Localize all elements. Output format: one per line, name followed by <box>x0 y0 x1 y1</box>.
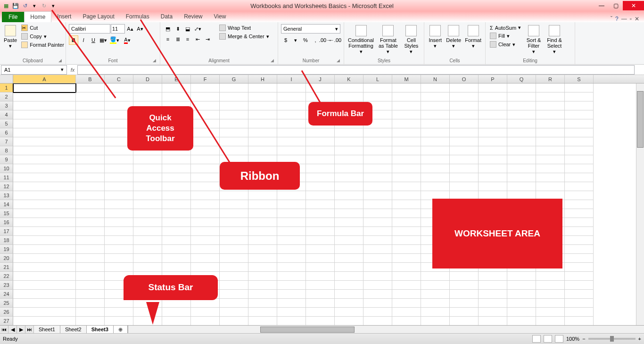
cell[interactable] <box>277 308 306 317</box>
cell[interactable] <box>306 245 335 254</box>
cell[interactable] <box>133 200 162 209</box>
column-header[interactable]: J <box>306 75 335 83</box>
cell[interactable] <box>76 227 105 236</box>
tab-formulas[interactable]: Formulas <box>120 11 155 22</box>
cell[interactable] <box>335 128 363 137</box>
cell[interactable] <box>162 236 191 245</box>
cell[interactable] <box>335 299 363 308</box>
tab-home[interactable]: Home <box>24 11 51 22</box>
cell[interactable] <box>363 218 392 227</box>
cell[interactable] <box>13 299 76 308</box>
cell[interactable] <box>133 164 162 173</box>
cell[interactable] <box>479 308 507 317</box>
cell[interactable] <box>392 308 421 317</box>
cell[interactable] <box>335 308 363 317</box>
cell[interactable] <box>565 101 594 110</box>
column-header[interactable]: C <box>105 75 133 83</box>
row-header[interactable]: 15 <box>0 209 13 218</box>
cell[interactable] <box>277 137 306 146</box>
cell[interactable] <box>76 254 105 263</box>
cell[interactable] <box>162 263 191 272</box>
cell[interactable] <box>13 191 76 200</box>
cell[interactable] <box>479 84 507 92</box>
cell[interactable] <box>220 290 248 299</box>
number-format-combo[interactable]: General▾ <box>281 24 340 34</box>
cell[interactable] <box>536 272 565 281</box>
align-middle-icon[interactable]: ⬍ <box>173 24 182 34</box>
cell[interactable] <box>363 254 392 263</box>
cell[interactable] <box>536 119 565 128</box>
cell[interactable] <box>162 155 191 164</box>
cell[interactable] <box>13 137 76 146</box>
cell[interactable] <box>220 299 248 308</box>
select-all-corner[interactable] <box>0 75 13 83</box>
cell[interactable] <box>191 164 220 173</box>
cell[interactable] <box>421 137 450 146</box>
cell[interactable] <box>306 317 335 325</box>
cell[interactable] <box>105 173 133 182</box>
cell[interactable] <box>536 146 565 155</box>
cell[interactable] <box>277 191 306 200</box>
cell[interactable] <box>536 137 565 146</box>
cell[interactable] <box>277 317 306 325</box>
cell[interactable] <box>335 92 363 101</box>
cell[interactable] <box>507 173 536 182</box>
cell[interactable] <box>363 227 392 236</box>
cell[interactable] <box>479 299 507 308</box>
cell[interactable] <box>105 317 133 325</box>
zoom-level[interactable]: 100% <box>566 336 579 342</box>
cell[interactable] <box>363 236 392 245</box>
cell[interactable] <box>392 290 421 299</box>
cell[interactable] <box>191 209 220 218</box>
cell[interactable] <box>105 182 133 191</box>
cell[interactable] <box>421 128 450 137</box>
cell[interactable] <box>248 317 277 325</box>
cell[interactable] <box>133 182 162 191</box>
cell[interactable] <box>392 227 421 236</box>
cell[interactable] <box>363 173 392 182</box>
cell[interactable] <box>507 272 536 281</box>
insert-cells-button[interactable]: Insert▾ <box>427 24 443 50</box>
cell[interactable] <box>450 146 479 155</box>
close-button[interactable]: ✕ <box>623 1 644 10</box>
cell[interactable] <box>335 200 363 209</box>
sheet-nav-button[interactable]: ◀ <box>8 326 17 333</box>
cell[interactable] <box>306 137 335 146</box>
align-right-icon[interactable]: ≡ <box>183 34 192 44</box>
cell[interactable] <box>162 164 191 173</box>
cell[interactable] <box>191 191 220 200</box>
cell[interactable] <box>363 164 392 173</box>
cell[interactable] <box>392 92 421 101</box>
cell[interactable] <box>277 119 306 128</box>
cell[interactable] <box>565 173 594 182</box>
cell[interactable] <box>13 281 76 290</box>
cell[interactable] <box>335 146 363 155</box>
cell[interactable] <box>392 200 421 209</box>
cell[interactable] <box>248 236 277 245</box>
cell[interactable] <box>76 290 105 299</box>
cell[interactable] <box>306 290 335 299</box>
cell[interactable] <box>507 101 536 110</box>
cell[interactable] <box>565 164 594 173</box>
cell[interactable] <box>220 218 248 227</box>
cell[interactable] <box>565 308 594 317</box>
cell[interactable] <box>76 128 105 137</box>
row-header[interactable]: 3 <box>0 101 13 110</box>
window-min-icon[interactable]: — <box>621 16 627 22</box>
cell[interactable] <box>248 254 277 263</box>
row-header[interactable]: 6 <box>0 128 13 137</box>
cell[interactable] <box>479 128 507 137</box>
cell[interactable] <box>392 110 421 119</box>
cell[interactable] <box>363 317 392 325</box>
cell[interactable] <box>421 92 450 101</box>
cell[interactable] <box>565 272 594 281</box>
cell[interactable] <box>392 119 421 128</box>
sort-filter-button[interactable]: Sort & Filter▾ <box>524 24 543 55</box>
row-header[interactable]: 18 <box>0 236 13 245</box>
cell[interactable] <box>191 254 220 263</box>
cell[interactable] <box>13 182 76 191</box>
cell[interactable] <box>363 182 392 191</box>
cell[interactable] <box>565 245 594 254</box>
file-tab[interactable]: File <box>2 12 24 22</box>
column-header[interactable]: A <box>13 75 76 83</box>
